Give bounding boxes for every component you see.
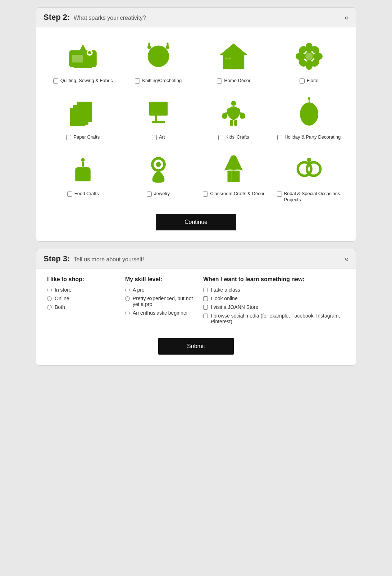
svg-rect-32: [70, 108, 86, 126]
step3-label: Step 3:: [44, 254, 70, 263]
shop-radio-2[interactable]: [47, 305, 52, 310]
svg-point-49: [77, 182, 80, 184]
craft-label-row-art: Art: [152, 134, 165, 140]
craft-label-floral[interactable]: Floral: [307, 78, 319, 84]
craft-item-classroom[interactable]: Classroom Crafts & Décor: [198, 148, 270, 207]
learn-label-3: I browse social media (for example, Face…: [211, 313, 345, 324]
craft-checkbox-quilting[interactable]: [53, 78, 58, 84]
craft-item-homedecor[interactable]: Home Décor: [198, 35, 270, 87]
craft-label-row-papercrafts: Paper Crafts: [66, 134, 100, 140]
craft-label-holiday[interactable]: Holiday & Party Decorating: [284, 134, 341, 140]
craft-label-jewelry[interactable]: Jewelry: [154, 191, 170, 197]
skill-radio-1[interactable]: [125, 296, 130, 301]
learn-label-1: I look online: [211, 296, 238, 301]
step2-collapse-icon[interactable]: «: [345, 13, 348, 22]
craft-checkbox-floral[interactable]: [300, 78, 305, 84]
craft-item-jewelry[interactable]: Jewelry: [123, 148, 195, 207]
craft-label-quilting[interactable]: Quilting, Sewing & Fabric: [60, 78, 113, 84]
svg-rect-18: [226, 57, 228, 59]
craft-item-holiday[interactable]: Holiday & Party Decorating: [273, 91, 345, 144]
submit-button[interactable]: Submit: [158, 338, 234, 355]
craft-item-quilting[interactable]: Quilting, Sewing & Fabric: [47, 35, 119, 87]
skill-label-0: A pro: [133, 287, 145, 293]
continue-button[interactable]: Continue: [156, 214, 236, 230]
shop-label-0: In store: [55, 287, 72, 293]
learn-checkbox-0[interactable]: [203, 288, 208, 292]
craft-item-knitting[interactable]: Knitting/Crocheting: [123, 35, 195, 87]
svg-rect-19: [229, 57, 231, 59]
holiday-icon: [291, 95, 327, 131]
craft-label-classroom[interactable]: Classroom Crafts & Décor: [210, 191, 264, 197]
craft-checkbox-kidscrafts[interactable]: [218, 135, 223, 140]
svg-point-52: [156, 162, 161, 167]
shop-radio-0[interactable]: [47, 288, 52, 292]
learn-checkbox-2[interactable]: [203, 305, 208, 310]
shop-column: I like to shop: In storeOnlineBoth: [47, 276, 118, 327]
craft-checkbox-holiday[interactable]: [277, 135, 282, 140]
svg-point-21: [305, 43, 313, 53]
step3-collapse-icon[interactable]: «: [345, 255, 348, 263]
step2-header: Step 2: What sparks your creativity? «: [36, 8, 356, 27]
craft-checkbox-jewelry[interactable]: [147, 192, 152, 197]
skill-column: My skill level: A proPretty experienced,…: [125, 276, 196, 327]
classroom-icon: [216, 151, 252, 187]
svg-rect-40: [234, 120, 237, 126]
craft-item-art[interactable]: Art: [123, 91, 195, 144]
craft-label-row-foodcrafts: Food Crafts: [67, 191, 99, 197]
learn-option-3: I browse social media (for example, Face…: [203, 313, 345, 324]
craft-label-bridal[interactable]: Bridal & Special Occasions Projects: [284, 191, 342, 203]
skill-options: A proPretty experienced, but not yet a p…: [125, 287, 196, 316]
learn-option-0: I take a class: [203, 287, 345, 293]
homedecor-icon: [216, 38, 252, 74]
craft-item-kidscrafts[interactable]: Kids' Crafts: [198, 91, 270, 144]
craft-label-row-classroom: Classroom Crafts & Décor: [203, 191, 264, 197]
craft-label-foodcrafts[interactable]: Food Crafts: [74, 191, 99, 197]
art-icon: [140, 95, 176, 131]
svg-rect-39: [230, 120, 233, 126]
svg-point-24: [313, 53, 322, 60]
craft-label-art[interactable]: Art: [159, 134, 165, 140]
craft-checkbox-bridal[interactable]: [277, 192, 282, 197]
craft-item-floral[interactable]: Floral: [273, 35, 345, 87]
craft-item-papercrafts[interactable]: Paper Crafts: [47, 91, 119, 144]
craft-label-kidscrafts[interactable]: Kids' Crafts: [225, 134, 249, 140]
svg-rect-14: [167, 42, 168, 49]
craft-checkbox-knitting[interactable]: [135, 78, 140, 84]
learn-checkbox-1[interactable]: [203, 296, 208, 301]
craft-grid: Quilting, Sewing & Fabric Knitting/Croch…: [47, 35, 345, 207]
step2-body: Quilting, Sewing & Fabric Knitting/Croch…: [36, 27, 356, 241]
learn-checkbox-3[interactable]: [203, 314, 208, 318]
skill-radio-2[interactable]: [125, 311, 130, 315]
craft-label-row-homedecor: Home Décor: [217, 78, 250, 84]
learn-title: When I want to learn something new:: [203, 276, 345, 283]
step2-label: Step 2:: [44, 13, 70, 22]
shop-radio-1[interactable]: [47, 296, 52, 301]
svg-point-37: [231, 101, 236, 106]
craft-item-bridal[interactable]: Bridal & Special Occasions Projects: [273, 148, 345, 207]
shop-title: I like to shop:: [47, 276, 118, 283]
craft-label-homedecor[interactable]: Home Décor: [224, 78, 250, 84]
learn-label-0: I take a class: [211, 287, 240, 293]
craft-label-knitting[interactable]: Knitting/Crocheting: [142, 78, 182, 84]
step3-container: Step 3: Tell us more about yourself! « I…: [36, 249, 356, 366]
svg-rect-34: [155, 116, 157, 122]
skill-label-1: Pretty experienced, but not yet a pro: [133, 296, 196, 307]
craft-checkbox-classroom[interactable]: [203, 192, 208, 197]
svg-rect-42: [308, 103, 310, 106]
learn-option-1: I look online: [203, 296, 345, 301]
skill-title: My skill level:: [125, 276, 196, 283]
craft-checkbox-homedecor[interactable]: [217, 78, 222, 84]
svg-rect-3: [72, 55, 83, 62]
shop-label-2: Both: [55, 304, 65, 310]
craft-label-papercrafts[interactable]: Paper Crafts: [73, 134, 100, 140]
craft-item-foodcrafts[interactable]: Food Crafts: [47, 148, 119, 207]
skill-radio-0[interactable]: [125, 288, 130, 292]
craft-checkbox-art[interactable]: [152, 135, 157, 140]
craft-checkbox-papercrafts[interactable]: [66, 135, 71, 140]
craft-checkbox-foodcrafts[interactable]: [67, 192, 72, 197]
continue-row: Continue: [47, 214, 345, 230]
svg-point-6: [148, 45, 169, 67]
step3-header: Step 3: Tell us more about yourself! «: [36, 249, 356, 269]
shop-option-0: In store: [47, 287, 118, 293]
submit-row: Submit: [47, 338, 345, 355]
